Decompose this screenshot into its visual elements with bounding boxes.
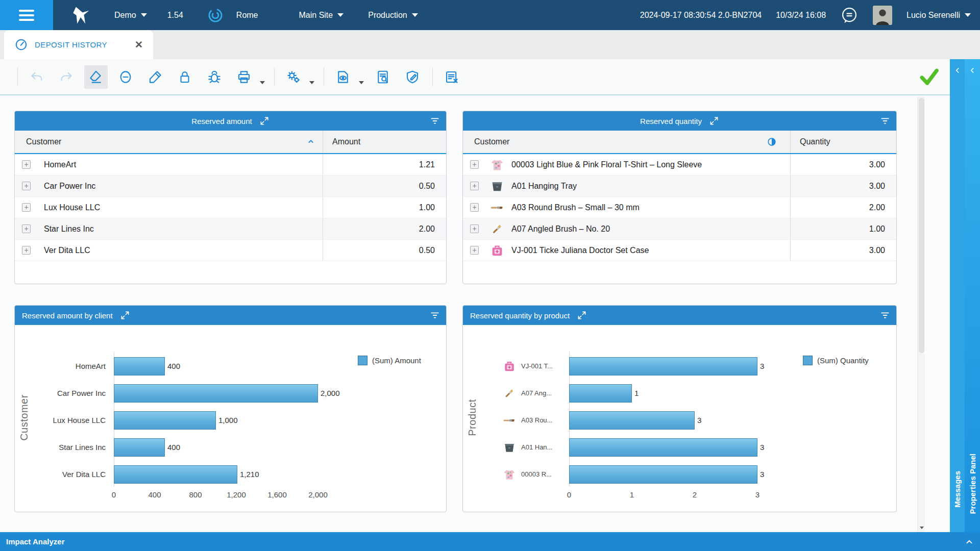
table-row[interactable]: VJ-001 Ticke Juliana Doctor Set Case3.00	[463, 240, 896, 261]
expand-icon[interactable]	[577, 310, 587, 320]
site-dropdown[interactable]: Main Site	[299, 11, 344, 20]
category-label: A03 Rou...	[521, 411, 552, 430]
expand-plus-icon[interactable]	[22, 224, 31, 233]
bar-value-label: 1,210	[240, 465, 259, 484]
category-label: A07 Ang...	[521, 384, 552, 403]
product-name: A07 Angled Brush – No. 20	[511, 224, 610, 234]
column-header-customer[interactable]: Customer	[15, 131, 323, 153]
value-cell: 3.00	[790, 176, 896, 196]
user-menu[interactable]: Lucio Serenelli	[906, 11, 971, 20]
bar-00003-r-[interactable]	[569, 465, 757, 484]
table-row[interactable]: Lux House LLC1.00	[15, 197, 446, 218]
close-icon[interactable]: ✕	[135, 40, 143, 49]
bar-value-label: 2,000	[321, 384, 340, 403]
expand-plus-icon[interactable]	[22, 182, 31, 190]
column-header-customer[interactable]: Customer	[463, 131, 790, 153]
chat-icon[interactable]	[840, 6, 859, 24]
version-label: 1.54	[167, 11, 183, 20]
contrast-circle-icon[interactable]	[767, 137, 777, 147]
impact-analyzer-bar[interactable]: Impact Analyzer	[0, 532, 980, 551]
bar-a07-ang-[interactable]	[569, 384, 632, 403]
dropdown-caret-icon[interactable]	[260, 81, 265, 84]
expand-icon[interactable]	[259, 116, 270, 126]
expand-plus-icon[interactable]	[470, 182, 479, 190]
preview-eye-icon[interactable]	[331, 65, 355, 89]
customer-cell: Ver Dita LLC	[15, 240, 323, 261]
remove-circle-icon[interactable]	[114, 65, 137, 89]
customer-cell: Lux House LLC	[15, 197, 323, 218]
expand-icon[interactable]	[709, 116, 719, 126]
print-icon[interactable]	[232, 65, 256, 89]
bar-value-label: 1,000	[218, 411, 238, 430]
scrollbar-thumb[interactable]	[919, 98, 924, 353]
eraser-icon[interactable]	[84, 65, 108, 89]
expand-plus-icon[interactable]	[470, 246, 479, 255]
value-cell: 0.50	[323, 240, 446, 261]
environment-dropdown[interactable]: Production	[368, 11, 418, 20]
lock-icon[interactable]	[173, 65, 197, 89]
properties-panel-rail[interactable]: Properties Panel	[965, 59, 980, 532]
check-icon[interactable]	[918, 65, 940, 88]
bar-vj-001-t-[interactable]	[569, 357, 757, 375]
tab-deposit-history[interactable]: DEPOSIT HISTORY ✕	[4, 30, 153, 59]
settings-gears-icon[interactable]	[282, 65, 305, 89]
filter-icon[interactable]	[880, 310, 890, 320]
undo-icon[interactable]	[25, 65, 48, 89]
chevron-left-icon	[953, 66, 962, 74]
table-row[interactable]: Star Lines Inc2.00	[15, 218, 446, 240]
product-name: A03 Round Brush – Small – 30 mm	[511, 203, 640, 212]
product-name: 00003 Light Blue & Pink Floral T-Shirt –…	[511, 160, 702, 169]
legend: (Sum) Quantity	[803, 356, 869, 365]
bar-ver-dita-llc[interactable]	[114, 465, 237, 484]
hamburger-icon[interactable]	[0, 0, 53, 30]
expand-plus-icon[interactable]	[22, 160, 31, 169]
value-cell: 3.00	[790, 154, 896, 175]
avatar[interactable]	[873, 6, 892, 25]
shield-edit-icon[interactable]	[401, 65, 424, 89]
bar-a03-rou-[interactable]	[569, 411, 695, 430]
table-row[interactable]: A01 Hanging Tray3.00	[463, 176, 896, 197]
bar-a01-han-[interactable]	[569, 438, 757, 457]
chart-title: Reserved amount by client	[22, 311, 113, 320]
filter-icon[interactable]	[430, 310, 440, 320]
table-row[interactable]: A07 Angled Brush – No. 201.00	[463, 218, 896, 240]
table-row[interactable]: Car Power Inc0.50	[15, 176, 446, 197]
expand-plus-icon[interactable]	[22, 203, 31, 212]
dropdown-caret-icon[interactable]	[359, 81, 364, 84]
expand-plus-icon[interactable]	[470, 160, 479, 169]
bar-lux-house-llc[interactable]	[114, 411, 216, 430]
demo-dropdown[interactable]: Demo	[114, 11, 147, 20]
chevron-up-icon[interactable]	[965, 537, 974, 546]
filter-icon[interactable]	[430, 116, 440, 126]
scrollbar-down-arrow[interactable]	[918, 524, 925, 531]
tab-bar: DEPOSIT HISTORY ✕	[0, 30, 980, 59]
expand-plus-icon[interactable]	[470, 224, 479, 233]
product-cell: A03 Round Brush – Small – 30 mm	[463, 197, 790, 218]
column-header-quantity[interactable]: Quantity	[790, 131, 896, 153]
y-axis-title: Product	[467, 377, 478, 459]
bar-star-lines-inc[interactable]	[114, 438, 165, 457]
bar-homeart[interactable]	[114, 357, 165, 375]
vertical-scrollbar[interactable]	[917, 96, 925, 532]
toolbar-separator	[324, 68, 324, 86]
filter-icon[interactable]	[880, 116, 890, 126]
pencil-icon[interactable]	[143, 65, 167, 89]
debug-icon[interactable]	[203, 65, 226, 89]
expand-plus-icon[interactable]	[22, 246, 31, 255]
category-label: Car Power Inc	[15, 384, 106, 403]
dropdown-caret-icon[interactable]	[309, 81, 314, 84]
table-row[interactable]: HomeArt1.21	[15, 154, 446, 176]
clipboard-clear-icon[interactable]	[440, 65, 463, 89]
x-axis-tick-label: 0	[112, 490, 116, 499]
table-row[interactable]: A03 Round Brush – Small – 30 mm2.00	[463, 197, 896, 218]
expand-icon[interactable]	[120, 310, 130, 320]
table-header-row: Customer Amount	[15, 131, 446, 154]
table-row[interactable]: Ver Dita LLC0.50	[15, 240, 446, 261]
redo-icon[interactable]	[55, 65, 78, 89]
bar-car-power-inc[interactable]	[114, 384, 318, 403]
messages-rail[interactable]: Messages	[950, 59, 965, 532]
document-search-icon[interactable]	[371, 65, 395, 89]
expand-plus-icon[interactable]	[470, 203, 479, 212]
column-header-amount[interactable]: Amount	[323, 131, 446, 153]
table-row[interactable]: 00003 Light Blue & Pink Floral T-Shirt –…	[463, 154, 896, 176]
